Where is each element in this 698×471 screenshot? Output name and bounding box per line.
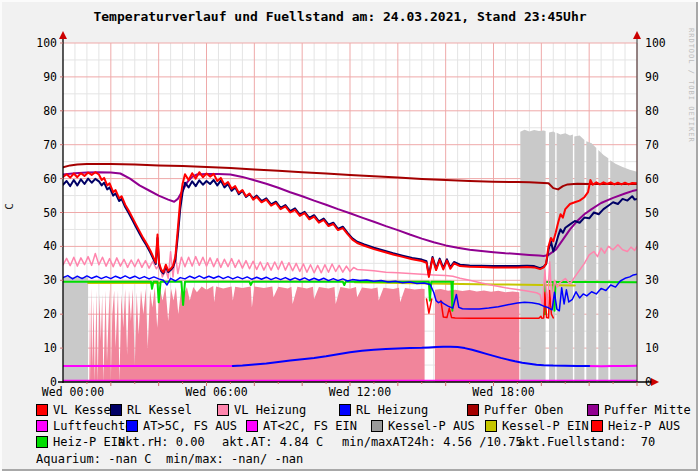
y-tick-right-40: 40 [645, 239, 659, 253]
x-tick-12: Wed 12:00 [329, 385, 391, 399]
legend-swatch-icon [371, 420, 383, 432]
legend-label: AT>5C, FS AUS [143, 419, 237, 433]
y-tick-left-30: 30 [43, 273, 57, 287]
legend-item-heiz-p-aus: Heiz-P AUS [591, 419, 680, 433]
stat-value-0: akt.rH: 0.00 [118, 435, 205, 449]
legend-item-at-2c-fs-ein: AT<2C, FS EIN [246, 419, 357, 433]
y-tick-right-50: 50 [645, 206, 659, 220]
legend-item-luftfeuchte: Luftfeuchte [36, 419, 132, 433]
y-tick-right-100: 100 [645, 36, 666, 50]
legend-item-heiz-p-ein: Heiz-P EIN [36, 435, 125, 449]
area-kessel-p-aus [574, 136, 584, 383]
y-axis-arrow-right [633, 31, 641, 39]
legend-swatch-icon [587, 404, 599, 416]
legend-swatch-icon [467, 404, 479, 416]
y-tick-right-70: 70 [645, 138, 659, 152]
legend-label: RL Kessel [127, 403, 192, 417]
legend-row-3: Heiz-P EINakt.rH: 0.00akt.AT: 4.84 Cmin/… [0, 435, 698, 450]
y-tick-left-80: 80 [43, 104, 57, 118]
x-tick-0: Wed 00:00 [42, 385, 104, 399]
legend-label: RL Heizung [356, 403, 428, 417]
legend-label: AT<2C, FS EIN [263, 419, 357, 433]
stat-value-2: min/maxAT24h: 4.56 /10.75 [342, 435, 523, 449]
y-tick-right-30: 30 [645, 273, 659, 287]
legend-label: Puffer Oben [484, 403, 563, 417]
legend-item-kessel-p-ein: Kessel-P EIN [485, 419, 589, 433]
area-heiz-p-aus [435, 289, 519, 382]
legend-swatch-icon [126, 420, 138, 432]
legend-swatch-icon [217, 404, 229, 416]
legend-swatch-icon [339, 404, 351, 416]
legend-swatch-icon [110, 404, 122, 416]
legend-label: Kessel-P AUS [388, 419, 475, 433]
aquarium-status-text: Aquarium: -nan C min/max: -nan/ -nan [36, 452, 303, 466]
legend-label: Luftfeuchte [53, 419, 132, 433]
legend-row-1: VL KesselRL KesselVL HeizungRL HeizungPu… [0, 403, 698, 418]
legend-label: Puffer Mitte [604, 403, 691, 417]
legend-item-kessel-p-aus: Kessel-P AUS [371, 419, 475, 433]
area-kessel-p-aus [549, 132, 555, 383]
legend-label: VL Heizung [234, 403, 306, 417]
stat-value-1: akt.AT: 4.84 C [222, 435, 323, 449]
y-tick-left-10: 10 [43, 341, 57, 355]
x-tick-6: Wed 06:00 [185, 385, 247, 399]
y-tick-right-0: 0 [645, 375, 652, 389]
y-tick-left-50: 50 [43, 206, 57, 220]
x-tick-18: Wed 18:00 [472, 385, 534, 399]
legend-label: Heiz-P AUS [608, 419, 680, 433]
area-kessel-p-aus [586, 141, 596, 382]
legend-item-vl-kessel: VL Kessel [36, 403, 118, 417]
y-tick-right-80: 80 [645, 104, 659, 118]
legend-swatch-icon [36, 436, 48, 448]
legend-swatch-icon [485, 420, 497, 432]
legend-label: Heiz-P EIN [53, 435, 125, 449]
stat-value-3: akt.Fuellstand: 70 [518, 435, 655, 449]
y-tick-right-90: 90 [645, 70, 659, 84]
y-axis-arrow-left [59, 31, 67, 39]
plot-area: 0010102020303040405050606070708080909010… [0, 0, 698, 403]
y-tick-left-100: 100 [36, 36, 57, 50]
legend-item-vl-heizung: VL Heizung [217, 403, 306, 417]
y-tick-right-10: 10 [645, 341, 659, 355]
legend-row-2: LuftfeuchteAT>5C, FS AUSAT<2C, FS EINKes… [0, 419, 698, 434]
y-tick-right-20: 20 [645, 307, 659, 321]
legend-label: Kessel-P EIN [502, 419, 589, 433]
legend-row-4: Aquarium: -nan C min/max: -nan/ -nan [0, 452, 698, 467]
y-tick-left-90: 90 [43, 70, 57, 84]
legend-item-puffer-oben: Puffer Oben [467, 403, 563, 417]
y-tick-left-70: 70 [43, 138, 57, 152]
legend-swatch-icon [246, 420, 258, 432]
y-tick-left-60: 60 [43, 172, 57, 186]
legend-item-puffer-mitte: Puffer Mitte [587, 403, 691, 417]
line-at-2c-fs-ein [589, 366, 637, 367]
rrdtool-graph: Temperaturverlauf und Fuellstand am: 24.… [0, 0, 698, 471]
legend-item-rl-kessel: RL Kessel [110, 403, 192, 417]
area-kessel-p-aus [557, 133, 573, 382]
y-tick-right-60: 60 [645, 172, 659, 186]
y-tick-left-20: 20 [43, 307, 57, 321]
legend-item-at-5c-fs-aus: AT>5C, FS AUS [126, 419, 237, 433]
legend-swatch-icon [36, 404, 48, 416]
x-axis-arrow [651, 378, 659, 386]
legend-swatch-icon [36, 420, 48, 432]
legend-label: VL Kessel [53, 403, 118, 417]
legend-swatch-icon [591, 420, 603, 432]
legend-item-rl-heizung: RL Heizung [339, 403, 428, 417]
y-tick-left-40: 40 [43, 239, 57, 253]
